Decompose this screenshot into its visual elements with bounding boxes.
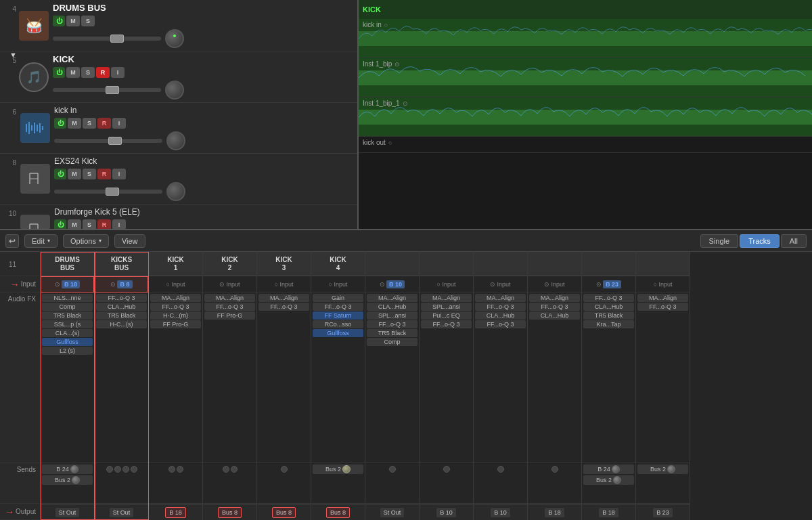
fx-item[interactable]: Comp [42,303,93,311]
mute-button[interactable]: M [68,169,81,179]
fx-item[interactable]: FF...o-Q 3 [367,320,418,328]
back-button[interactable]: ↩ [5,234,19,248]
send-badge[interactable]: Bus 2 [313,464,363,474]
single-view-button[interactable]: Single [700,234,739,248]
mute-button[interactable]: M [66,16,80,26]
channel-input[interactable]: ○ Input [257,276,311,292]
record-button[interactable]: R [97,118,111,129]
output-badge[interactable]: Bus 8 [326,507,350,518]
output-badge[interactable]: St Out [110,508,134,517]
output-badge[interactable]: B 18 [545,508,564,517]
output-badge[interactable]: B 18 [599,508,618,517]
fx-item[interactable]: FF...o-Q 3 [475,320,526,328]
solo-button[interactable]: S [83,169,96,179]
fx-item[interactable]: MA...Align [637,294,688,302]
fx-item[interactable]: CLA...(s) [42,329,93,337]
fx-item[interactable]: MA...Align [258,294,309,302]
solo-button[interactable]: S [81,16,95,26]
send-badge[interactable]: Bus 2 [42,475,93,485]
fx-item-highlighted[interactable]: Gullfoss [42,338,93,346]
fx-item[interactable]: L2 (s) [42,347,93,355]
solo-button[interactable]: S [83,118,96,129]
send-knob[interactable] [72,476,80,484]
fx-item[interactable]: SPL...ansi [421,303,472,311]
fader-thumb[interactable] [106,188,119,196]
fx-item-highlighted[interactable]: FF Saturn [313,311,363,320]
fx-item[interactable]: CLA...Hub [529,311,580,320]
output-badge[interactable]: Bus 8 [218,507,242,518]
fx-item[interactable]: FF...o-Q 3 [204,303,255,311]
input-button[interactable]: I [112,219,126,229]
fader-track[interactable] [54,190,162,194]
send-badge[interactable]: B 24 [42,464,93,474]
send-badge[interactable]: B 24 [583,464,634,474]
fader-track[interactable] [53,37,161,41]
fx-item[interactable]: H-C...(m) [150,311,201,320]
fx-item[interactable]: FF...o-Q 3 [583,294,634,302]
power-button[interactable]: ⏻ [54,169,66,179]
fx-item[interactable]: MA...Align [204,294,255,302]
channel-input[interactable]: ⊙ Input [528,276,581,292]
output-badge[interactable]: St Out [380,508,405,517]
fx-item[interactable]: FF...o-Q 3 [529,303,580,311]
fx-item[interactable]: FF Pro-G [150,320,201,328]
send-knob[interactable] [342,465,351,473]
volume-knob[interactable] [165,29,184,48]
output-badge[interactable]: Bus 8 [272,507,296,518]
edit-menu[interactable]: Edit ▾ [24,234,58,248]
fx-item[interactable]: FF...o-Q 3 [475,303,526,311]
volume-knob[interactable] [166,131,185,150]
channel-input[interactable]: ○ Input [636,276,690,292]
solo-button[interactable]: S [83,219,96,229]
fx-item[interactable]: H-C...(s) [96,320,147,328]
channel-input[interactable]: ⊙ B 18 [41,276,94,292]
channel-input[interactable]: ⊙ B 8 [95,276,148,292]
fx-item[interactable]: TR5 Black [42,311,93,320]
fx-item-highlighted[interactable]: Gullfoss [313,329,363,337]
fx-item[interactable]: FF...o-Q 3 [637,303,688,311]
fx-item[interactable]: SPL...ansi [367,311,418,320]
fx-item[interactable]: CLA...Hub [96,303,147,311]
fader-track[interactable] [53,88,161,92]
fx-item[interactable]: MA...Align [150,294,201,302]
all-view-button[interactable]: All [781,234,807,248]
power-button[interactable]: ⏻ [54,219,66,229]
fx-item[interactable]: TR5 Black [367,329,418,337]
fader-thumb[interactable] [110,35,124,43]
fx-item[interactable]: TR5 Black [96,311,147,320]
fx-item[interactable]: MA...Align [529,294,580,302]
fader-track[interactable] [54,139,162,143]
power-button[interactable]: ⏻ [53,16,65,26]
channel-input[interactable]: ⊙ B 10 [365,276,419,292]
fx-item[interactable]: Kra...Tap [583,320,634,328]
power-button[interactable]: ⏻ [54,118,66,129]
view-button[interactable]: View [114,234,145,248]
fx-item[interactable]: Comp [367,338,418,346]
fx-item[interactable]: MA...Align [475,294,526,302]
fx-item[interactable]: FF...o-Q 3 [421,320,472,328]
fx-item[interactable]: MA...Align [367,294,418,302]
channel-input[interactable]: ⊙ Input [203,276,256,292]
fx-item[interactable]: CLA...Hub [583,303,634,311]
fx-item[interactable]: TR5 Black [583,311,634,320]
fx-item[interactable]: FF...o-Q 3 [258,303,309,311]
volume-knob[interactable] [166,182,185,201]
volume-knob[interactable] [165,81,184,100]
channel-input[interactable]: ⊙ B 23 [582,276,635,292]
channel-input[interactable]: ○ Input [149,276,202,292]
fx-item[interactable]: FF...o-Q 3 [313,303,363,311]
fx-item[interactable]: MA...Align [421,294,472,302]
output-badge[interactable]: B 18 [165,507,186,518]
output-badge[interactable]: St Out [55,508,80,517]
record-button[interactable]: R [97,169,111,179]
mute-button[interactable]: M [68,219,81,229]
send-knob[interactable] [667,465,675,473]
fx-item[interactable]: SSL...p (s [42,320,93,328]
fx-item[interactable]: CLA...Hub [475,311,526,320]
record-button[interactable]: R [97,219,111,229]
fx-item[interactable]: NLS...nne [42,294,93,302]
fx-item[interactable]: FF...o-Q 3 [96,294,147,302]
fader-thumb[interactable] [106,86,119,94]
output-badge[interactable]: B 23 [653,508,673,517]
send-knob[interactable] [70,465,78,473]
